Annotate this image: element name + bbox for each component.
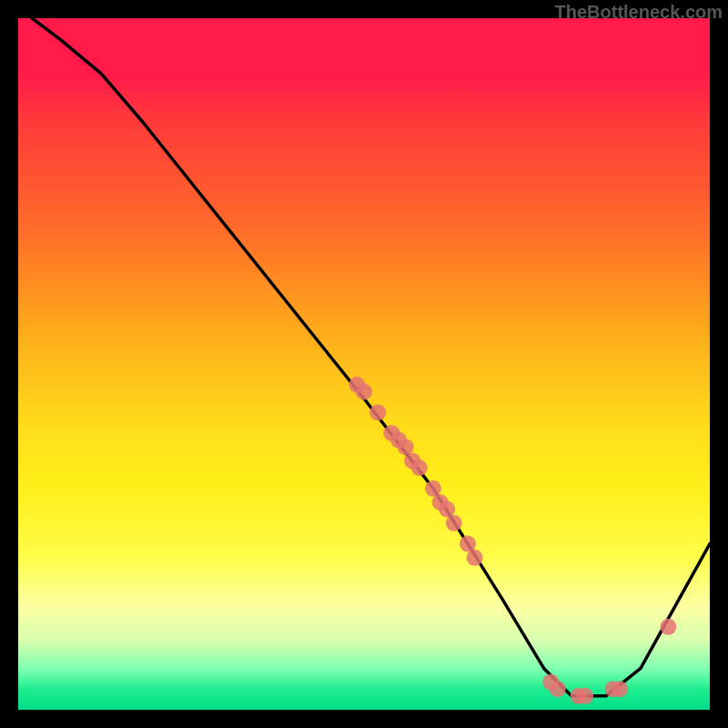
plot-area: [18, 18, 710, 710]
svg-point-2: [369, 404, 386, 420]
svg-point-1: [356, 383, 372, 399]
curve-line: [32, 18, 710, 696]
svg-point-17: [577, 688, 593, 704]
chart-svg: [18, 18, 710, 710]
data-dots: [349, 377, 676, 704]
svg-point-15: [550, 681, 566, 697]
svg-point-7: [411, 460, 428, 476]
svg-point-11: [446, 515, 462, 531]
chart-container: TheBottleneck.com: [0, 0, 728, 728]
svg-point-19: [612, 681, 628, 697]
svg-point-13: [467, 550, 483, 566]
svg-point-20: [660, 619, 676, 635]
